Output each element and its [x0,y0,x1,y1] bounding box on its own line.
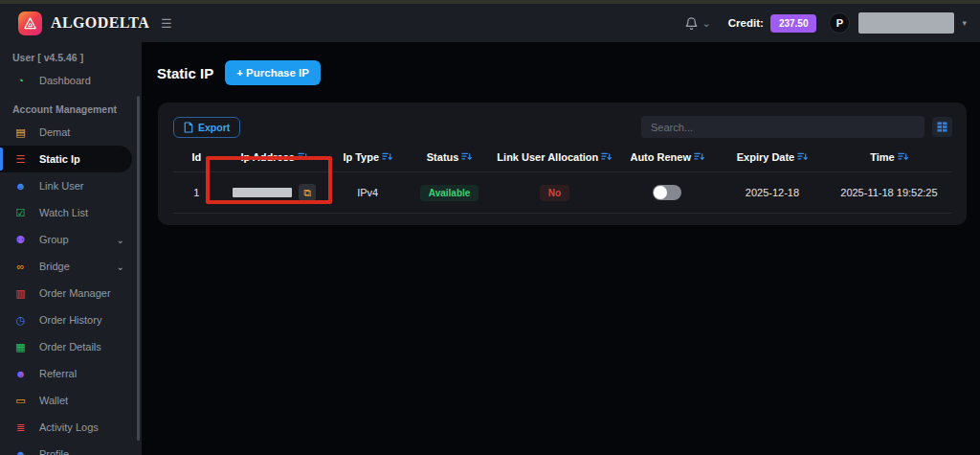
sidebar: User [ v4.5.46 ] ◔ Dashboard Account Man… [0,42,142,455]
grid-icon [937,122,947,132]
watch-list-icon: ☑ [12,207,29,219]
sidebar-item-order-details[interactable]: ▦ Order Details [0,333,142,360]
sidebar-item-label: Link User [39,180,83,192]
sidebar-item-label: Profile [39,448,69,455]
main-content: Static IP + Purchase IP Export [142,42,980,455]
ip-address-redacted [233,188,292,197]
sidebar-item-order-manager[interactable]: ▥ Order Manager [0,280,142,307]
col-header-ip-type[interactable]: Ip Type [329,146,407,172]
sidebar-item-referral[interactable]: ☻ Referral [0,360,142,387]
toggle-knob [654,186,667,199]
chevron-down-icon: ⌄ [117,235,124,245]
sort-icon [461,151,472,162]
cell-ip-address: ⧉ [220,172,329,214]
order-details-icon: ▦ [12,341,29,353]
sidebar-item-dashboard[interactable]: ◔ Dashboard [0,67,142,94]
demat-icon: ▤ [12,126,29,139]
sidebar-item-wallet[interactable]: ▭ Wallet [0,387,142,414]
hamburger-menu-icon[interactable]: ☰ [161,16,172,31]
col-label: Status [427,151,459,163]
profile-icon: ☻ [12,448,29,455]
col-label: Ip Address [240,151,294,163]
dashboard-icon: ◔ [12,75,29,86]
table-row: 1 ⧉ IPv4 Available No [173,172,951,214]
export-button[interactable]: Export [173,117,240,138]
brand[interactable]: ALGODELTA [0,11,142,35]
col-header-id: Id [173,146,220,172]
static-ip-card: Export Id [158,102,967,225]
page-title: Static IP [157,65,213,81]
col-label: Id [191,151,201,163]
referral-icon: ☻ [12,368,29,379]
sidebar-item-watch-list[interactable]: ☑ Watch List [0,199,142,226]
sidebar-item-profile[interactable]: ☻ Profile [0,441,142,455]
auto-renew-toggle[interactable] [653,185,681,200]
link-user-icon: ☻ [12,180,29,192]
status-badge: Available [420,185,479,201]
group-icon: ⚉ [12,234,29,246]
sidebar-item-bridge[interactable]: ∞ Bridge ⌄ [0,253,142,280]
sidebar-item-label: Watch List [39,207,88,218]
search-input[interactable] [641,116,924,138]
order-history-icon: ◷ [12,314,29,327]
sidebar-item-label: Order Manager [39,287,111,299]
sidebar-item-label: Bridge [39,261,70,272]
sidebar-item-label: Referral [39,368,77,379]
link-user-allocation-badge: No [540,185,569,201]
col-label: Expiry Date [737,151,795,163]
cell-auto-renew [616,172,718,214]
order-manager-icon: ▥ [12,287,29,300]
top-bar: ALGODELTA ☰ ⌄ Credit: 237.50 P ▾ [0,4,980,42]
brand-name: ALGODELTA [51,14,149,32]
sidebar-item-order-history[interactable]: ◷ Order History [0,307,142,333]
cell-ip-type: IPv4 [329,172,407,214]
col-header-time[interactable]: Time [827,146,951,172]
cell-link-user-allocation: No [492,172,616,214]
sidebar-item-link-user[interactable]: ☻ Link User [0,172,142,199]
col-header-ip-address[interactable]: Ip Address [220,146,329,172]
col-header-status[interactable]: Status [407,146,492,172]
cell-id: 1 [173,172,220,214]
sidebar-item-activity-logs[interactable]: ≣ Activity Logs [0,414,142,441]
sort-icon [601,151,612,162]
column-visibility-button[interactable] [932,117,952,137]
sort-icon [298,151,308,162]
col-header-expiry-date[interactable]: Expiry Date [718,146,827,172]
col-label: Time [870,151,894,163]
sidebar-item-label: Order Details [39,341,101,353]
cell-time: 2025-11-18 19:52:25 [827,172,951,214]
brand-logo-icon [18,11,42,35]
sidebar-item-static-ip[interactable]: ☰ Static Ip [0,146,132,172]
activity-logs-icon: ≣ [12,421,29,434]
sort-icon [898,151,908,162]
col-label: Auto Renew [630,151,691,163]
chevron-down-icon: ⌄ [117,262,124,272]
sidebar-item-label: Static Ip [39,153,80,165]
avatar[interactable]: P [829,12,850,34]
credit-label: Credit: [728,17,764,29]
sidebar-item-label: Activity Logs [39,421,99,433]
col-label: Ip Type [343,151,379,163]
copy-icon[interactable]: ⧉ [299,184,316,201]
sort-icon [797,151,808,162]
sidebar-section-account-management: Account Management [0,94,142,119]
sidebar-scrollbar[interactable] [137,96,140,441]
col-label: Link User Allocation [497,151,598,163]
purchase-ip-button[interactable]: + Purchase IP [225,60,321,85]
sidebar-item-demat[interactable]: ▤ Demat [0,119,142,146]
bell-chevron-icon[interactable]: ⌄ [702,17,711,30]
col-header-auto-renew[interactable]: Auto Renew [616,146,718,172]
username-redacted [858,12,954,34]
static-ip-table: Id Ip Address Ip Type Status Link User A [173,146,951,214]
sort-icon [382,151,392,162]
sidebar-item-group[interactable]: ⚉ Group ⌄ [0,226,142,253]
static-ip-icon: ☰ [12,153,29,166]
sidebar-item-label: Dashboard [39,75,91,86]
cell-expiry-date: 2025-12-18 [718,172,827,214]
sidebar-item-label: Order History [39,314,101,326]
export-label: Export [198,122,230,133]
bell-icon[interactable] [684,16,699,31]
col-header-link-user-allocation[interactable]: Link User Allocation [492,146,616,172]
sidebar-section-user: User [ v4.5.46 ] [0,42,142,67]
account-dropdown-caret-icon[interactable]: ▾ [962,18,967,28]
